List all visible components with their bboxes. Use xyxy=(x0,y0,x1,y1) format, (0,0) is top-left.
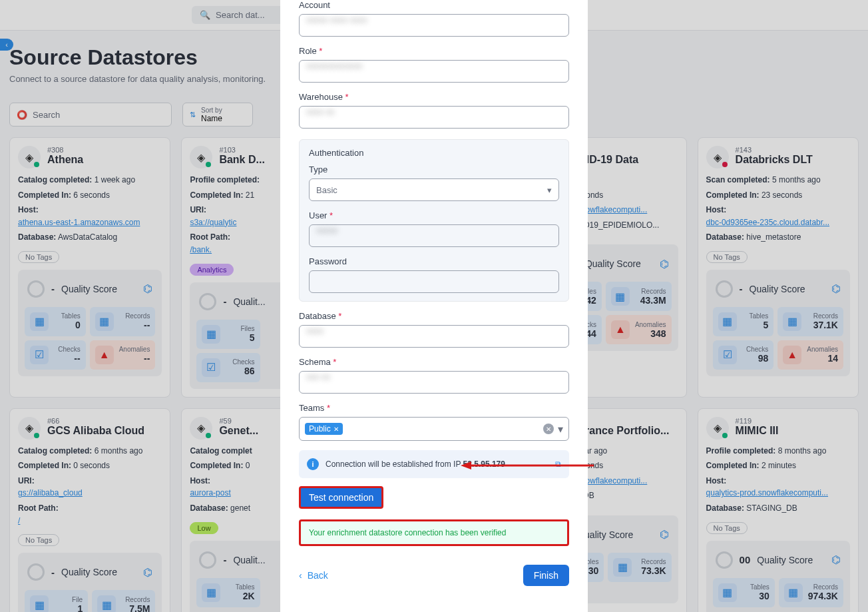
teams-select[interactable]: Public ✕ ✕ ▾ xyxy=(299,417,569,441)
type-value: Basic xyxy=(316,185,337,195)
success-message: Your enrichment datastore connection has… xyxy=(299,519,569,546)
team-chip[interactable]: Public ✕ xyxy=(305,423,343,435)
chip-remove-icon[interactable]: ✕ xyxy=(333,426,339,433)
database-label: Database xyxy=(299,311,569,321)
chevron-down-icon: ▾ xyxy=(547,185,552,195)
account-label: Account xyxy=(299,0,569,10)
password-label: Password xyxy=(309,256,559,266)
chevron-left-icon: ‹ xyxy=(299,570,302,581)
type-select[interactable]: Basic ▾ xyxy=(309,178,559,201)
chevron-down-icon[interactable]: ▾ xyxy=(558,423,563,436)
auth-block: Authentication Type Basic ▾ User xxxxx P… xyxy=(299,139,569,302)
copy-icon[interactable]: ⧉ xyxy=(555,459,561,469)
role-input[interactable]: xxxxxxxxxxxxx xyxy=(299,60,569,83)
warehouse-input[interactable]: xxxx xx xyxy=(299,106,569,129)
test-connection-button[interactable]: Test connection xyxy=(299,486,383,509)
modal-overlay: Account xxxxx xxxx xxxx Role xxxxxxxxxxx… xyxy=(0,0,868,612)
ip-info-text: Connection will be established from IP 5… xyxy=(326,459,505,469)
info-icon: i xyxy=(307,458,319,470)
back-button[interactable]: ‹ Back xyxy=(299,570,328,581)
clear-icon[interactable]: ✕ xyxy=(543,424,554,434)
teams-label: Teams xyxy=(299,403,569,413)
warehouse-label: Warehouse xyxy=(299,92,569,102)
finish-button[interactable]: Finish xyxy=(523,565,569,586)
account-input[interactable]: xxxxx xxxx xxxx xyxy=(299,14,569,37)
modal-footer: ‹ Back Finish xyxy=(299,565,569,586)
user-label: User xyxy=(309,210,559,220)
auth-header: Authentication xyxy=(309,148,559,158)
modal: Account xxxxx xxxx xxxx Role xxxxxxxxxxx… xyxy=(280,0,588,612)
password-input[interactable] xyxy=(309,270,559,293)
schema-label: Schema xyxy=(299,357,569,367)
role-label: Role xyxy=(299,46,569,56)
database-input[interactable]: xxxx xyxy=(299,325,569,348)
schema-input[interactable]: xxx xx xyxy=(299,371,569,394)
user-input[interactable]: xxxxx xyxy=(309,224,559,247)
ip-info-banner: i Connection will be established from IP… xyxy=(299,450,569,478)
type-label: Type xyxy=(309,164,559,174)
